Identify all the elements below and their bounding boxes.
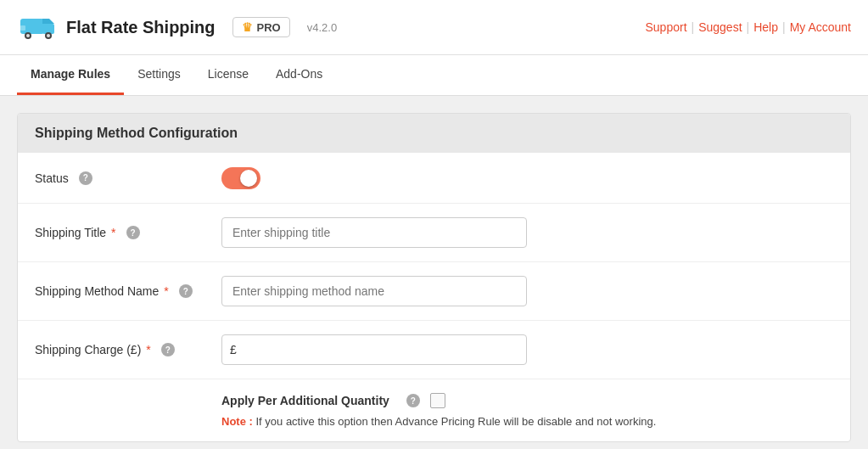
logo-area: Flat Rate Shipping ♛ PRO v4.2.0 bbox=[17, 7, 337, 48]
quantity-label: Apply Per Additional Quantity bbox=[221, 394, 389, 407]
status-help-icon[interactable]: ? bbox=[79, 171, 92, 185]
shipping-title-row: Shipping Title * ? bbox=[18, 204, 850, 262]
status-label: Status ? bbox=[35, 171, 221, 185]
quantity-help-icon[interactable]: ? bbox=[406, 394, 420, 407]
suggest-link[interactable]: Suggest bbox=[698, 20, 742, 34]
shipping-method-name-required: * bbox=[164, 284, 168, 298]
quantity-line: Apply Per Additional Quantity ? bbox=[221, 393, 445, 408]
shipping-charge-required: * bbox=[146, 343, 150, 356]
main-content: Shipping Method Configuration Status ? S… bbox=[0, 96, 868, 449]
shipping-title-required: * bbox=[111, 226, 115, 239]
pro-badge: ♛ PRO bbox=[232, 17, 290, 37]
shipping-title-label: Shipping Title * ? bbox=[35, 226, 221, 239]
svg-point-6 bbox=[47, 34, 50, 37]
shipping-method-name-help-icon[interactable]: ? bbox=[179, 284, 193, 298]
section-title: Shipping Method Configuration bbox=[18, 114, 850, 153]
sep3: | bbox=[782, 20, 786, 34]
toggle-slider bbox=[221, 167, 260, 189]
tab-add-ons[interactable]: Add-Ons bbox=[262, 55, 336, 95]
currency-symbol: £ bbox=[230, 343, 237, 356]
logo-icon bbox=[17, 7, 58, 48]
shipping-method-name-control bbox=[221, 276, 833, 306]
version-label: v4.2.0 bbox=[307, 21, 337, 34]
help-link[interactable]: Help bbox=[753, 20, 778, 34]
shipping-charge-help-icon[interactable]: ? bbox=[161, 343, 175, 356]
shipping-method-name-input[interactable] bbox=[221, 276, 527, 306]
svg-marker-2 bbox=[42, 19, 54, 24]
shipping-charge-row: Shipping Charge (£) * ? £ bbox=[18, 321, 850, 379]
tab-bar: Manage Rules Settings License Add-Ons bbox=[0, 55, 868, 96]
shipping-charge-label: Shipping Charge (£) * ? bbox=[35, 343, 221, 356]
shipping-title-input[interactable] bbox=[221, 217, 527, 248]
app-title: Flat Rate Shipping bbox=[66, 18, 216, 37]
svg-rect-7 bbox=[20, 25, 25, 31]
quantity-checkbox[interactable] bbox=[430, 393, 445, 408]
pro-label: PRO bbox=[257, 21, 281, 34]
currency-wrapper: £ bbox=[221, 334, 527, 365]
sep2: | bbox=[747, 20, 750, 34]
tab-settings[interactable]: Settings bbox=[124, 55, 194, 95]
shipping-charge-input[interactable] bbox=[221, 334, 527, 365]
sep1: | bbox=[692, 20, 695, 34]
status-toggle[interactable] bbox=[221, 167, 260, 189]
config-card: Shipping Method Configuration Status ? S… bbox=[17, 113, 851, 442]
my-account-link[interactable]: My Account bbox=[790, 20, 851, 34]
shipping-title-control bbox=[221, 217, 833, 248]
crown-icon: ♛ bbox=[242, 20, 253, 34]
tab-manage-rules[interactable]: Manage Rules bbox=[17, 55, 124, 95]
note-label: Note : bbox=[221, 415, 253, 428]
note-text: If you active this option then Advance P… bbox=[255, 415, 656, 428]
shipping-method-name-label: Shipping Method Name * ? bbox=[35, 284, 221, 298]
status-control bbox=[221, 167, 833, 189]
app-header: Flat Rate Shipping ♛ PRO v4.2.0 Support … bbox=[0, 0, 868, 55]
svg-point-4 bbox=[26, 34, 30, 37]
shipping-method-name-row: Shipping Method Name * ? bbox=[18, 262, 850, 321]
shipping-charge-control: £ bbox=[221, 334, 833, 365]
note-line: Note : If you active this option then Ad… bbox=[221, 415, 656, 428]
quantity-row: Apply Per Additional Quantity ? Note : I… bbox=[18, 379, 850, 441]
header-nav: Support | Suggest | Help | My Account bbox=[645, 20, 851, 34]
status-row: Status ? bbox=[18, 153, 850, 204]
support-link[interactable]: Support bbox=[645, 20, 686, 34]
tab-license[interactable]: License bbox=[194, 55, 262, 95]
shipping-title-help-icon[interactable]: ? bbox=[126, 226, 140, 239]
